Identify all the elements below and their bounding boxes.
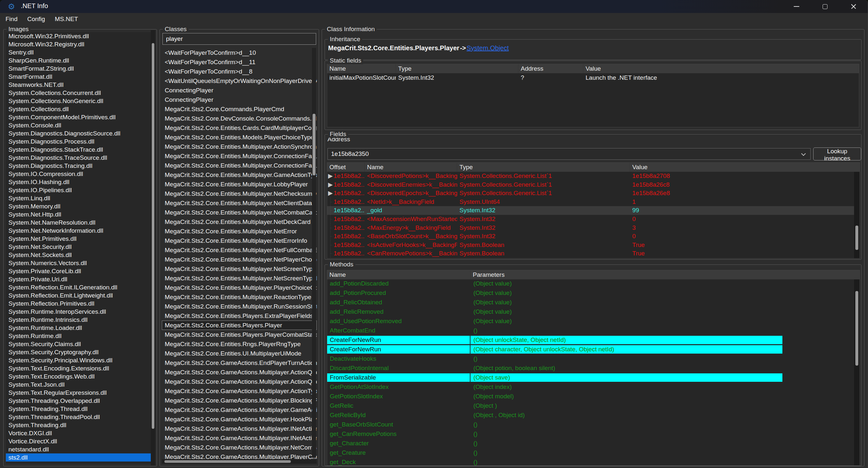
class-list-item[interactable]: MegaCrit.Sts2.Core.Entities.Multiplayer.… [162,236,317,245]
image-list-item[interactable]: System.IO.Pipelines.dll [6,186,154,194]
class-search-input[interactable] [162,33,316,45]
method-row[interactable]: GetRelic (Object ) [327,402,860,411]
field-row[interactable]: ▶ 1e15b8a2... <DiscoveredPotions>k__Back… [327,172,860,180]
class-list-item[interactable]: MegaCrit.Sts2.Core.Entities.Multiplayer.… [162,255,317,264]
method-row[interactable]: FromSerializable (Object save) [327,373,860,383]
method-row[interactable]: GetRelicById (Object , Object id) [327,411,860,420]
fields-header-name[interactable]: Name [365,163,457,172]
image-list-item[interactable]: System.Collections.Concurrent.dll [6,89,154,97]
image-list-item[interactable]: System.ComponentModel.Primitives.dll [6,113,154,121]
class-list-item[interactable]: MegaCrit.Sts2.Core.Entities.Multiplayer.… [162,302,317,311]
field-row[interactable]: 1e15b8a2... <IsActiveForHooks>k__Backing… [327,241,860,249]
class-list-item[interactable]: MegaCrit.Sts2.Core.Entities.Multiplayer.… [162,217,317,227]
image-list-item[interactable]: System.Diagnostics.DiagnosticSource.dll [6,129,154,137]
method-row[interactable]: GetPotionSlotIndex (Object model) [327,392,860,402]
methods-table-scrollbar[interactable] [854,279,860,465]
image-list-item[interactable]: netstandard.dll [6,445,154,454]
fields-header-offset[interactable]: Offset [327,163,365,172]
image-list-item[interactable]: System.Net.NetworkInformation.dll [6,227,154,235]
class-list-item[interactable]: MegaCrit.Sts2.Core.Entities.Multiplayer.… [162,152,317,161]
image-list-item[interactable]: Steamworks.NET.dll [6,81,154,89]
static-header-name[interactable]: Name [327,64,396,73]
method-row[interactable]: get_Character () [327,439,860,448]
method-row[interactable]: add_RelicObtained (Object value) [327,298,860,308]
expander-icon[interactable] [327,206,334,215]
expander-icon[interactable] [327,198,334,206]
class-list-item[interactable]: <WaitForPlayerToConfirm>d__8 [162,67,317,76]
method-row[interactable]: CreateForNewRun (Object unlockState, Obj… [327,336,860,345]
fields-header-value[interactable]: Value [630,163,860,172]
method-row[interactable]: get_BaseOrbSlotCount () [327,420,860,430]
fields-table-scrollbar[interactable] [854,172,860,258]
title-bar[interactable]: ⚙ .NET Info [0,0,868,13]
class-list-item[interactable]: <WaitUntilQueueIsEmptyOrWaitingOnNonPlay… [162,76,317,86]
image-list-item[interactable]: System.Reflection.Primitives.dll [6,299,154,308]
class-list-item[interactable]: MegaCrit.Sts2.Core.DevConsole.ConsoleCom… [162,114,317,123]
field-row[interactable]: 1e15b8a2... <MaxAscensionWhenRunStarted.… [327,215,860,224]
image-list-item[interactable]: System.Diagnostics.Tracing.dll [6,162,154,170]
methods-header-parameters[interactable]: Parameters [470,270,860,279]
image-list-item[interactable]: Sentry.dll [6,48,154,56]
field-row[interactable]: 1e15b8a2... <CanRemovePotions>k__Backing… [327,249,860,258]
image-list-item[interactable]: System.Runtime.Intrinsics.dll [6,316,154,324]
classes-list-hscrollbar-thumb[interactable] [164,460,291,463]
image-list-item[interactable]: System.Linq.dll [6,194,154,202]
class-list-item[interactable]: MegaCrit.Sts2.Core.GameActions.Multiplay… [162,377,317,386]
class-list-item[interactable]: MegaCrit.Sts2.Core.GameActions.Multiplay… [162,443,317,452]
expander-icon[interactable] [327,215,334,224]
fields-header-type[interactable]: Type [457,163,630,172]
image-list-item[interactable]: System.Private.Uri.dll [6,275,154,283]
class-list-item[interactable]: <WaitForPlayerToConfirm>d__11 [162,57,317,67]
image-list-item[interactable]: System.Diagnostics.StackTrace.dll [6,145,154,154]
expander-icon[interactable]: ▶ [327,180,334,189]
image-list-item[interactable]: System.Text.Encoding.Extensions.dll [6,364,154,372]
methods-table-scrollbar-thumb[interactable] [855,291,858,366]
class-list-item[interactable]: MegaCrit.Sts2.Core.Entities.Multiplayer.… [162,189,317,198]
image-list-item[interactable]: System.Net.Http.dll [6,210,154,219]
class-list-item[interactable]: MegaCrit.Sts2.Core.Entities.Multiplayer.… [162,273,317,283]
method-row[interactable]: DeactivateHooks () [327,355,860,364]
class-list-item[interactable]: MegaCrit.Sts2.Core.Entities.Cards.CardMu… [162,123,317,133]
image-list-item[interactable]: System.Net.Sockets.dll [6,251,154,259]
image-list-item[interactable]: System.IO.Compression.dll [6,170,154,178]
field-row[interactable]: 1e15b8a2... <BaseOrbSlotCount>k__Backing… [327,232,860,241]
expander-icon[interactable] [327,241,334,249]
class-list-item[interactable]: MegaCrit.Sts2.Core.GameActions.Multiplay… [162,368,317,377]
class-list-item[interactable]: MegaCrit.Sts2.Core.Entities.Players.Play… [162,321,317,330]
images-list-scrollbar-thumb[interactable] [152,43,154,429]
expander-icon[interactable] [327,224,334,232]
image-list-item[interactable]: System.Runtime.dll [6,332,154,340]
field-row[interactable]: 1e15b8a2... <MaxEnergy>k__BackingField S… [327,224,860,232]
field-row[interactable]: ▶ 1e15b8a2... <DiscoveredEpochs>k__Backi… [327,189,860,198]
image-list-item[interactable]: System.Text.Encodings.Web.dll [6,372,154,380]
field-row[interactable]: ▶ 1e15b8a2... <DiscoveredEnemies>k__Back… [327,180,860,189]
image-list-item[interactable]: System.Net.NameResolution.dll [6,219,154,227]
methods-header-name[interactable]: Name [327,270,470,279]
maximize-button[interactable] [811,0,839,13]
image-list-item[interactable]: System.Net.Primitives.dll [6,235,154,243]
image-list-item[interactable]: Vortice.DXGI.dll [6,429,154,437]
class-list-item[interactable]: MegaCrit.Sts2.Core.GameActions.Multiplay… [162,414,317,424]
class-list-item[interactable]: MegaCrit.Sts2.Core.Entities.Players.Extr… [162,311,317,321]
class-list-item[interactable]: MegaCrit.Sts2.Core.Entities.Models.Playe… [162,133,317,142]
expander-icon[interactable]: ▶ [327,172,334,180]
image-list-item[interactable]: System.Threading.Overlapped.dll [6,397,154,405]
image-list-item[interactable]: System.Collections.NonGeneric.dll [6,97,154,105]
static-field-row[interactable]: initialMaxPotionSlotCount System.Int32 ?… [327,73,859,82]
image-list-item[interactable]: System.Threading.ThreadPool.dll [6,413,154,421]
method-row[interactable]: DiscardPotionInternal (Object potion, bo… [327,364,860,373]
image-list-item[interactable]: System.Runtime.Loader.dll [6,324,154,332]
class-list-item[interactable]: MegaCrit.Sts2.Core.GameActions.Multiplay… [162,433,317,443]
class-list-item[interactable]: MegaCrit.Sts2.Core.Entities.Multiplayer.… [162,142,317,152]
image-list-item[interactable]: Microsoft.Win32.Primitives.dll [6,32,154,40]
image-list-item[interactable]: System.Private.CoreLib.dll [6,267,154,275]
static-header-address[interactable]: Address [519,64,583,73]
class-list-item[interactable]: MegaCrit.Sts2.Core.Entities.UI.Multiplay… [162,349,317,358]
method-row[interactable]: get_CanRemovePotions () [327,430,860,439]
class-list-item[interactable]: MegaCrit.Sts2.Core.Entities.Multiplayer.… [162,292,317,302]
field-row[interactable]: 1e15b8a2... <NetId>k__BackingField Syste… [327,198,860,206]
base-class-link[interactable]: System.Object [467,44,509,52]
image-list-item[interactable]: System.Reflection.Emit.Lightweight.dll [6,291,154,299]
image-list-item[interactable]: System.Diagnostics.TraceSource.dll [6,154,154,162]
lookup-instances-button[interactable]: Lookup instances [813,147,861,160]
